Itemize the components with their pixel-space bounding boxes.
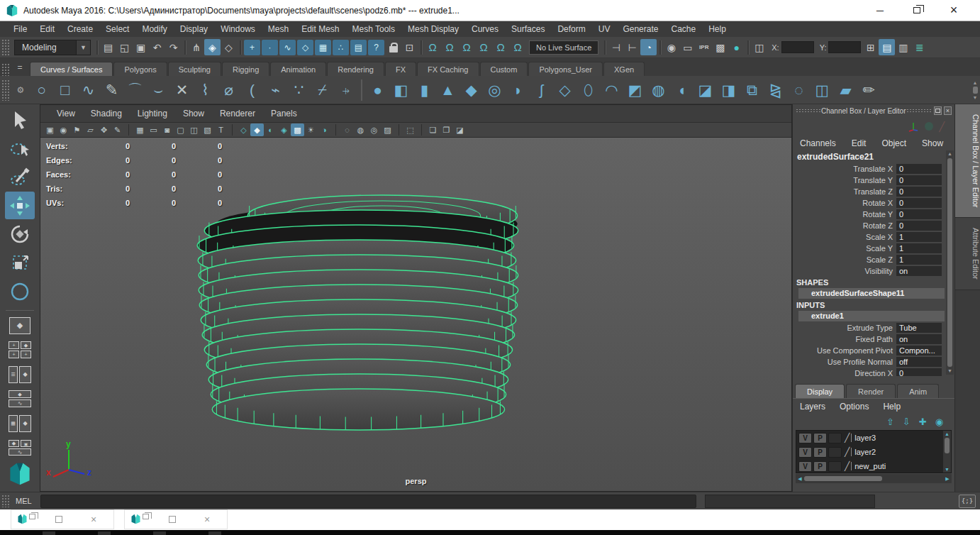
fragment-maximize-button[interactable] (55, 516, 62, 523)
curve-snap-icon[interactable]: ⍆ (334, 77, 357, 103)
menu-curves[interactable]: Curves (465, 21, 505, 37)
menu-edit[interactable]: Edit (33, 21, 61, 37)
fragment-restore-icon[interactable] (29, 514, 35, 519)
attribute-value-field[interactable]: off (896, 357, 942, 367)
viewport-canvas[interactable]: Verts:000Edges:000Faces:000Tris:000UVs:0… (40, 138, 791, 491)
scroll-thumb[interactable] (947, 158, 952, 367)
persp-graph-layout[interactable]: ◆∿ (6, 389, 34, 409)
cut-curve-icon[interactable]: ✕ (170, 77, 194, 103)
construction-plane-icon[interactable]: ⊞ (862, 39, 879, 55)
layer-row[interactable]: VP╱layer3 (796, 431, 951, 445)
camera-icon[interactable]: ▣ (43, 123, 57, 136)
channel-menu-channels[interactable]: Channels (800, 138, 836, 148)
film-gate-icon[interactable]: ▭ (147, 123, 160, 136)
shelf-stack-icon[interactable]: ≣ (911, 39, 928, 55)
viewport-menu-show[interactable]: Show (175, 109, 212, 118)
select-tool[interactable] (5, 106, 35, 133)
trim-tool-icon[interactable]: ◪ (694, 77, 717, 103)
layer-playback-toggle[interactable]: P (813, 447, 827, 458)
tab-attribute-editor[interactable]: Attribute Editor (955, 218, 980, 290)
wireframe-icon[interactable]: ◇ (237, 123, 250, 136)
image-plane-icon[interactable]: ▱ (84, 123, 97, 136)
outliner-persp-layout[interactable]: ☰◆ (6, 364, 34, 385)
restore-button[interactable] (909, 4, 925, 17)
resolution-gate-icon[interactable]: ◙ (160, 123, 174, 136)
nurbs-cylinder-icon[interactable]: ▮ (413, 77, 436, 103)
detach-surfaces-icon[interactable]: ⧎ (764, 77, 787, 103)
attribute-value-field[interactable]: 1 (896, 243, 942, 253)
camera-attributes-icon[interactable]: ◉ (57, 123, 70, 136)
attach-surfaces-icon[interactable]: ⧉ (740, 77, 764, 103)
wireframe-on-shaded-icon[interactable]: ◐ (264, 123, 277, 136)
shelf-tab-xgen[interactable]: XGen (603, 62, 645, 76)
shelf-tab-sculpting[interactable]: Sculpting (168, 62, 221, 76)
intersect-surfaces-icon[interactable]: ◖ (670, 77, 694, 103)
viewport-menu-view[interactable]: View (49, 109, 83, 118)
layer-color-swatch[interactable]: ╱ (845, 433, 850, 443)
attribute-value-field[interactable]: 0 (896, 368, 942, 376)
scroll-up-icon[interactable]: ▲ (947, 150, 952, 158)
select-component-icon[interactable]: ◇ (221, 39, 237, 55)
y-coordinate-field[interactable] (828, 41, 861, 53)
symmetry-icon[interactable]: ◫ (751, 39, 767, 55)
channel-box-close-button[interactable]: × (944, 106, 952, 115)
lights-icon[interactable]: ☀ (304, 123, 318, 136)
menu-mesh[interactable]: Mesh (262, 21, 295, 37)
move-layer-down-icon[interactable]: ⇩ (903, 417, 911, 427)
mask-rendering-icon[interactable]: ▤ (350, 40, 367, 55)
scale-tool[interactable] (5, 249, 35, 277)
smooth-shade-icon[interactable]: ◆ (250, 123, 264, 136)
insert-isoparms-icon[interactable]: ◫ (811, 77, 834, 103)
menu-display[interactable]: Display (174, 21, 214, 37)
nurbs-torus-icon[interactable]: ◎ (483, 77, 506, 103)
cv-curve-icon[interactable]: ∿ (77, 77, 100, 103)
untrim-icon[interactable]: ◨ (717, 77, 740, 103)
attach-curve-icon[interactable]: ⌇ (194, 77, 217, 103)
mel-grip[interactable] (1, 495, 10, 507)
menu-select[interactable]: Select (99, 21, 135, 37)
field-chart-icon[interactable]: ◫ (187, 123, 201, 136)
mask-meshes-icon[interactable]: ▦ (315, 40, 331, 55)
hyperbolic-icon[interactable]: ╱ (939, 121, 945, 132)
2d-pan-zoom-icon[interactable]: ✥ (97, 123, 111, 136)
make-live-icon[interactable]: Ω (509, 39, 526, 55)
tab-channel-box[interactable]: Channel Box / Layer Editor (955, 104, 980, 218)
redo-icon[interactable]: ↷ (165, 39, 182, 55)
move-layer-up-icon[interactable]: ⇧ (886, 417, 894, 427)
layer-playback-toggle[interactable]: P (813, 461, 827, 472)
menu-uv[interactable]: UV (592, 21, 617, 37)
menu-set-selector[interactable]: Modeling▼ (14, 40, 91, 55)
attribute-value-field[interactable]: on (896, 334, 942, 344)
motion-blur-icon[interactable]: ◍ (354, 123, 367, 136)
layer-name[interactable]: layer3 (851, 434, 876, 442)
live-surface-field[interactable]: No Live Surface (529, 40, 598, 55)
birail-icon[interactable]: ◠ (600, 77, 623, 103)
layer-tab-render[interactable]: Render (846, 384, 896, 398)
shape-node-row[interactable]: extrudedSurfaceShape11 (798, 288, 945, 299)
four-pane-layout[interactable]: +◆++ (6, 340, 34, 360)
layer-visibility-toggle[interactable]: V (798, 461, 812, 472)
channel-menu-object[interactable]: Object (881, 138, 906, 148)
viewport-menu-panels[interactable]: Panels (263, 109, 305, 118)
attribute-value-field[interactable]: on (896, 266, 942, 276)
attribute-value-field[interactable]: 0 (896, 187, 942, 197)
menu-modify[interactable]: Modify (135, 21, 173, 37)
attribute-value-field[interactable]: 0 (896, 164, 942, 174)
channel-menu-edit[interactable]: Edit (852, 138, 867, 148)
add-points-icon[interactable]: ∵ (287, 77, 311, 103)
attribute-value-field[interactable]: 1 (896, 232, 942, 242)
lock-selection-icon[interactable] (385, 39, 401, 55)
rotate-tool[interactable] (5, 220, 35, 248)
nurbs-cube-icon[interactable]: ◧ (389, 77, 413, 103)
attribute-value-field[interactable]: Tube (896, 323, 942, 333)
minimize-button[interactable]: ─ (872, 4, 888, 17)
channel-box-toggle-icon[interactable]: ▤ (879, 39, 895, 55)
menu-mesh-display[interactable]: Mesh Display (401, 21, 465, 37)
gate-mask-icon[interactable]: ▢ (174, 123, 187, 136)
snap-to-grid-icon[interactable]: Ω (424, 39, 441, 55)
layer-menu-layers[interactable]: Layers (800, 402, 825, 412)
output-connections-icon[interactable]: ⊢ (624, 39, 640, 55)
channel-box-float-button[interactable] (934, 106, 942, 115)
menu-cache[interactable]: Cache (664, 21, 702, 37)
channel-object-name[interactable]: extrudedSurface21 (793, 151, 954, 163)
